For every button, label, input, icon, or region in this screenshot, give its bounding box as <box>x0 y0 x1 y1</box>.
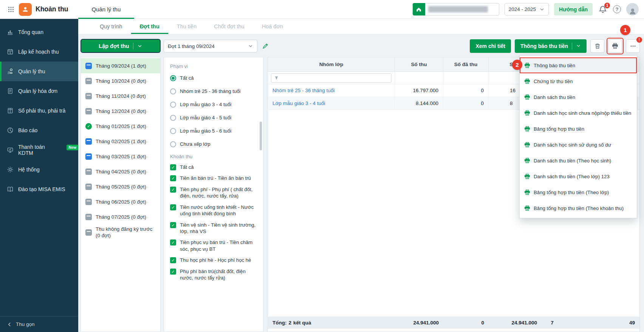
sidebar-item-so-phai-thu-phai-tra[interactable]: Sổ phải thu, phải trả <box>0 101 78 120</box>
sidebar-item-dao-tao-misa-emis[interactable]: Đào tạo MISA EMIS <box>0 179 78 199</box>
notifications-button[interactable]: 1 <box>598 5 608 14</box>
month-item[interactable]: Tháng 12/2024 (0 đợt) <box>81 103 160 119</box>
month-item[interactable]: Tháng 09/2024 (1 đợt) <box>81 58 160 73</box>
print-menu-item-tong-hop-theo-khoan-thu[interactable]: Bảng tổng hợp thu tiền (Theo khoản thu) <box>520 200 637 216</box>
fee-checkbox-hoc-phi-he[interactable]: Thu học phí hè - Học phí học hè <box>170 255 256 266</box>
help-button[interactable]: ? <box>613 5 621 13</box>
column-header-nhom-lop[interactable]: Nhóm lớp <box>268 57 395 71</box>
overview-chart-icon <box>7 29 14 36</box>
scope-radio-chua-xep-lop[interactable]: Chưa xếp lớp <box>170 137 256 151</box>
radio-icon <box>170 102 176 108</box>
month-item[interactable]: Thu không đăng ký trước (0 đợt) <box>81 224 160 241</box>
user-avatar[interactable] <box>626 3 639 15</box>
month-label: Tháng 02/2025 (1 đợt) <box>96 139 146 144</box>
print-menu-item-theo-lop[interactable]: Danh sách thu tiền (Theo lớp) 123 <box>520 168 637 184</box>
column-header-so-da-thu[interactable]: Số đã thu <box>443 57 489 71</box>
create-batch-button[interactable]: Lập đợt thu <box>80 39 161 53</box>
fee-checkbox-phuc-vu-ban-tru[interactable]: Tiền phục vụ bán trú - Tiền chăm sóc, ph… <box>170 237 256 255</box>
sidebar-item-he-thong[interactable]: Hệ thống <box>0 160 78 179</box>
month-item[interactable]: Tháng 07/2025 (0 đợt) <box>81 209 160 224</box>
checkbox-checked-icon <box>170 222 176 228</box>
print-menu-item-danh-sach-thu-tien[interactable]: Danh sách thu tiền <box>520 89 637 105</box>
filter-panel: Phạm vi Tất cả Nhóm trẻ 25 - 36 tháng tu… <box>164 57 263 332</box>
month-item[interactable]: Tháng 02/2025 (1 đợt) <box>81 134 160 149</box>
month-item[interactable]: Tháng 01/2025 (1 đợt) <box>81 119 160 134</box>
guide-button[interactable]: Hướng dẫn <box>554 3 593 15</box>
month-item[interactable]: Tháng 11/2024 (0 đợt) <box>81 88 160 103</box>
fee-checkbox-nuoc-uong[interactable]: Tiền nước uống tinh khiết - Nước uống ti… <box>170 202 256 219</box>
group-link[interactable]: Nhóm trẻ 25 - 36 tháng tuổi <box>272 88 334 93</box>
collapse-sidebar-button[interactable]: Thu gọn <box>0 316 78 332</box>
school-search-input[interactable] <box>425 3 499 15</box>
scope-radio-mau-giao-5-6[interactable]: Lớp mẫu giáo 5 - 6 tuổi <box>170 124 256 137</box>
tab-thu-tien[interactable]: Thu tiền <box>168 19 205 34</box>
total-so-thu: 24.941.000 <box>395 317 443 329</box>
funnel-icon <box>274 76 279 80</box>
home-button[interactable] <box>413 3 425 15</box>
batch-select[interactable]: Đợt 1 tháng 09/2024 <box>164 40 257 53</box>
print-menu-item-hs-su-dung-so-du[interactable]: Danh sách học sinh sử dụng số dư <box>520 137 637 153</box>
fee-checkbox-ve-sinh[interactable]: Tiền vệ sinh - Tiền vệ sinh trường, lớp,… <box>170 219 256 237</box>
tab-chot-dot-thu[interactable]: Chốt đợt thu <box>205 19 253 34</box>
printer-icon <box>524 62 530 68</box>
month-item[interactable]: Tháng 03/2025 (1 đợt) <box>81 149 160 164</box>
sidebar-item-lap-ke-hoach-thu[interactable]: Lập kế hoạch thu <box>0 42 78 62</box>
scope-radio-mau-giao-4-5[interactable]: Lớp mẫu giáo 4 - 5 tuổi <box>170 111 256 124</box>
month-item[interactable]: Tháng 05/2025 (0 đợt) <box>81 179 160 194</box>
fee-checkbox-phu-phi-ban-tru[interactable]: Phụ phí bán trú(chất đốt, điện nước, nướ… <box>170 266 256 284</box>
filter-scrollbar-thumb[interactable] <box>260 122 262 150</box>
app-grid-icon[interactable] <box>5 3 17 16</box>
chevron-down-icon <box>576 43 581 48</box>
sidebar-item-quan-ly-thu[interactable]: Quản lý thu <box>0 62 78 81</box>
sidebar-item-label: Hệ thống <box>18 167 40 173</box>
sidebar-item-quan-ly-hoa-don[interactable]: Quản lý hóa đơn <box>0 81 78 101</box>
print-menu-item-theo-hoc-sinh[interactable]: Danh sách thu tiền (Theo học sinh) <box>520 153 637 168</box>
group-link[interactable]: Lớp mẫu giáo 3 - 4 tuổi <box>272 100 325 106</box>
notify-dropdown-button[interactable]: Thông báo thu tiền <box>515 39 587 53</box>
scope-radio-nhom-tre[interactable]: Nhóm trẻ 25 - 36 tháng tuổi <box>170 85 256 98</box>
tab-hoa-don[interactable]: Hoá đơn <box>253 19 292 34</box>
fee-checkbox-tien-an-ban-tru[interactable]: Tiền ăn bán trú - Tiền ăn bán trú <box>170 173 256 184</box>
print-menu-item-tong-hop-theo-lop[interactable]: Bảng tổng hợp thu tiền (Theo lớp) <box>520 184 637 200</box>
total-count: 2 <box>288 320 291 326</box>
chevron-left-icon <box>7 322 12 327</box>
top-menu-quan-ly-thu[interactable]: Quản lý thu <box>78 0 135 19</box>
view-detail-button[interactable]: Xem chi tiết <box>470 39 511 53</box>
sidebar: Tổng quan Lập kế hoạch thu Quản lý thu Q… <box>0 19 78 332</box>
sidebar-item-label: Thanh toán KDTM <box>18 144 59 156</box>
print-menu-item-bang-tong-hop[interactable]: Bảng tổng hợp thu tiền <box>520 121 637 137</box>
print-button-wrap <box>608 39 622 53</box>
more-button[interactable]: ! <box>626 39 640 53</box>
sidebar-item-bao-cao[interactable]: Báo cáo <box>0 120 78 140</box>
sidebar-item-thanh-toan-kdtm[interactable]: Thanh toán KDTM New <box>0 140 78 160</box>
payment-icon <box>7 147 14 153</box>
tab-dot-thu[interactable]: Đợt thu <box>131 19 168 34</box>
calendar-icon <box>85 214 92 220</box>
fee-checkbox-tien-phu-phi[interactable]: Tiền phụ phí - Phụ phí ( chất đốt, điện,… <box>170 184 256 202</box>
print-button[interactable] <box>608 39 622 53</box>
month-item[interactable]: Tháng 04/2025 (0 đợt) <box>81 164 160 179</box>
tab-quy-trinh[interactable]: Quy trình <box>91 19 131 34</box>
month-item[interactable]: Tháng 06/2025 (0 đợt) <box>81 194 160 209</box>
delete-button[interactable] <box>590 39 604 53</box>
chevron-down-icon <box>137 43 142 49</box>
print-menu-item-thong-bao-thu-tien[interactable]: Thông báo thu tiền <box>520 57 637 73</box>
sidebar-item-label: Đào tạo MISA EMIS <box>18 186 65 192</box>
print-menu-item-chung-tu-thu-tien[interactable]: Chứng từ thu tiền <box>520 73 637 89</box>
school-year-select[interactable]: 2024 - 2025 <box>505 3 549 15</box>
collapse-label: Thu gọn <box>16 321 35 327</box>
sidebar-item-tong-quan[interactable]: Tổng quan <box>0 22 78 42</box>
group-filter-input[interactable] <box>271 73 392 83</box>
month-item[interactable]: Tháng 10/2024 (0 đợt) <box>81 73 160 88</box>
edit-batch-button[interactable] <box>260 41 271 51</box>
column-header-so-thu[interactable]: Số thu <box>395 57 443 71</box>
scope-radio-mau-giao-3-4[interactable]: Lớp mẫu giáo 3 - 4 tuổi <box>170 98 256 111</box>
calendar-icon <box>85 229 92 236</box>
print-menu-item-hs-chua-nop[interactable]: Danh sách học sinh chưa nộp/nộp thiếu ti… <box>520 105 637 121</box>
total-so-con: 24.941.000 <box>489 317 542 329</box>
tabbar: Quy trình Đợt thu Thu tiền Chốt đợt thu … <box>78 19 644 34</box>
fee-checkbox-all[interactable]: Tất cả <box>170 162 256 173</box>
scope-radio-all[interactable]: Tất cả <box>170 71 256 85</box>
topbar: Khoản thu Quản lý thu 2024 - 2025 Hướng … <box>0 0 644 19</box>
sidebar-item-label: Sổ phải thu, phải trả <box>18 108 65 114</box>
